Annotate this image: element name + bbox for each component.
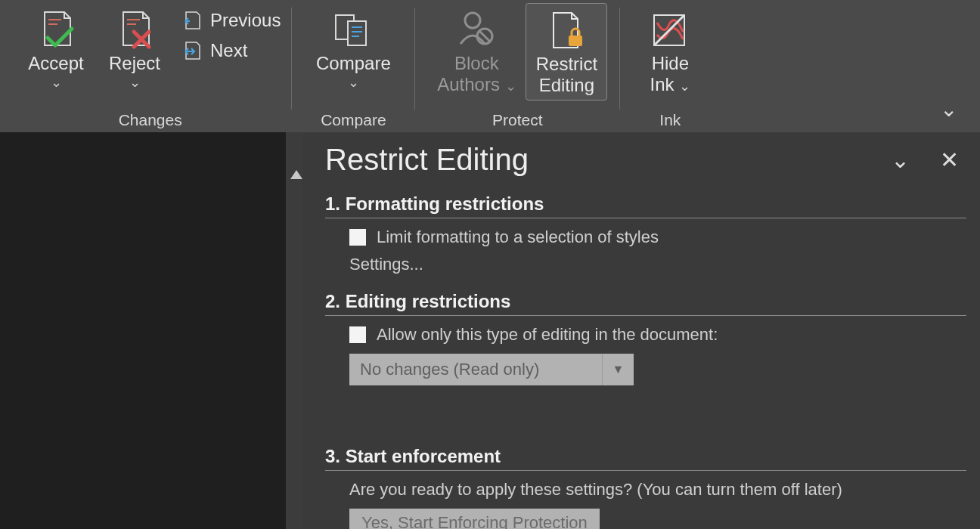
group-ink: Hide Ink ⌄ Ink	[628, 0, 712, 132]
section-enforcement-head: 3. Start enforcement	[325, 446, 966, 467]
scroll-up-arrow-icon[interactable]	[290, 170, 302, 179]
block-authors-button[interactable]: Block Authors ⌄	[427, 3, 526, 94]
separator	[619, 8, 620, 110]
section-formatting-head: 1. Formatting restrictions	[325, 193, 966, 215]
previous-label: Previous	[210, 10, 281, 31]
limit-formatting-checkbox[interactable]	[349, 229, 366, 246]
restrict-editing-label: Restrict Editing	[536, 54, 597, 95]
chevron-down-icon: ⌄	[348, 76, 359, 89]
dropdown-arrow-icon: ▼	[602, 354, 634, 385]
divider	[325, 315, 966, 316]
enforcement-prompt: Are you ready to apply these settings? (…	[325, 480, 966, 500]
ribbon: Accept ⌄ Reject ⌄	[0, 0, 980, 132]
panel-title: Restrict Editing	[325, 143, 529, 177]
editing-type-dropdown: No changes (Read only) ▼	[349, 354, 634, 385]
divider	[325, 218, 966, 218]
section-editing-head: 2. Editing restrictions	[325, 291, 966, 312]
accept-button[interactable]: Accept ⌄	[17, 3, 95, 89]
next-label: Next	[210, 40, 247, 61]
group-label-changes: Changes	[119, 111, 182, 132]
divider	[325, 470, 966, 471]
compare-icon	[331, 8, 375, 51]
group-label-compare: Compare	[321, 111, 386, 132]
restrict-editing-icon	[544, 8, 588, 52]
chevron-down-icon: ⌄	[129, 76, 141, 89]
chevron-down-icon: ⌄	[51, 76, 62, 89]
separator	[414, 8, 415, 110]
restrict-editing-button[interactable]: Restrict Editing	[526, 3, 607, 101]
hide-ink-label: Hide Ink ⌄	[650, 53, 691, 94]
next-button[interactable]: Next	[178, 39, 284, 62]
limit-formatting-label: Limit formatting to a selection of style…	[377, 227, 659, 247]
reject-button[interactable]: Reject ⌄	[95, 3, 174, 89]
reject-icon	[113, 8, 157, 51]
panel-options-icon[interactable]: ⌄	[891, 149, 910, 172]
document-area	[0, 132, 302, 529]
svg-line-13	[654, 15, 684, 45]
hide-ink-button[interactable]: Hide Ink ⌄	[632, 3, 708, 94]
group-label-ink: Ink	[659, 111, 681, 132]
svg-point-9	[465, 13, 480, 28]
start-enforcing-button: Yes, Start Enforcing Protection	[349, 509, 600, 529]
allow-editing-checkbox[interactable]	[349, 326, 366, 343]
previous-icon	[181, 10, 203, 31]
group-label-protect: Protect	[492, 111, 543, 132]
separator	[291, 8, 292, 110]
accept-icon	[34, 8, 78, 51]
accept-label: Accept	[28, 53, 83, 74]
block-authors-label: Block Authors ⌄	[437, 53, 516, 94]
allow-editing-label: Allow only this type of editing in the d…	[377, 325, 718, 345]
next-icon	[181, 40, 203, 61]
scrollbar[interactable]	[286, 132, 302, 529]
hide-ink-icon	[648, 8, 692, 51]
block-authors-icon	[454, 8, 498, 51]
svg-rect-12	[569, 36, 582, 46]
collapse-ribbon-icon[interactable]: ⌄	[940, 97, 957, 122]
editing-type-value: No changes (Read only)	[360, 360, 539, 379]
previous-button[interactable]: Previous	[178, 9, 284, 32]
close-icon[interactable]: ✕	[940, 149, 959, 172]
formatting-settings-link[interactable]: Settings...	[325, 255, 966, 274]
svg-rect-5	[348, 21, 366, 45]
compare-button[interactable]: Compare ⌄	[304, 3, 402, 89]
reject-label: Reject	[109, 53, 160, 74]
group-compare: Compare ⌄ Compare	[299, 0, 407, 132]
group-protect: Block Authors ⌄ Restrict Editing	[423, 0, 612, 132]
group-changes: Accept ⌄ Reject ⌄	[12, 0, 284, 132]
compare-label: Compare	[316, 53, 391, 74]
restrict-editing-panel: Restrict Editing ⌄ ✕ 1. Formatting restr…	[302, 132, 980, 529]
